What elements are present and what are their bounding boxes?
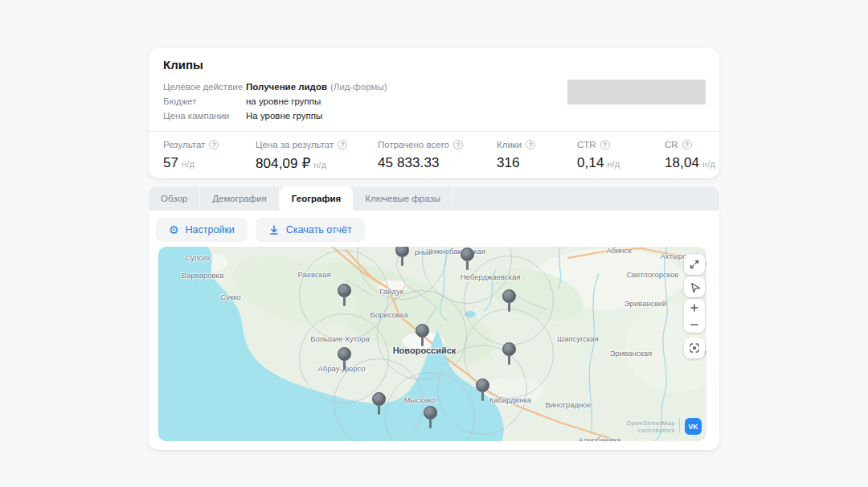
help-icon[interactable]: ?	[682, 140, 692, 149]
stat-label: CTR?	[577, 140, 665, 149]
detail-value: на уровне группы	[246, 96, 321, 106]
stat-column: CTR?0,14н/д	[577, 138, 665, 178]
map-label: Неберджаевская	[461, 272, 521, 281]
campaign-stats-row: Результат?57н/дЦена за результат?804,09 …	[149, 131, 719, 178]
stat-column: CR?18,04н/д	[665, 138, 719, 178]
stat-value: 0,14н/д	[577, 155, 665, 171]
report-body: ⚙ Настройки Скачать отчёт	[149, 211, 719, 450]
detail-value: На уровне группы	[246, 111, 322, 121]
map-label: рный	[415, 248, 433, 256]
vk-logo[interactable]: VK	[685, 418, 702, 435]
map-pin[interactable]	[476, 379, 489, 392]
map-label: Супсех	[185, 253, 210, 262]
attribution-divider	[679, 418, 680, 432]
detail-row: Целевое действиеПолучение лидов(Лид-форм…	[163, 80, 387, 94]
map-label: Абинск	[606, 247, 631, 255]
stat-label: CR?	[665, 140, 719, 149]
map-label: Новороссийск	[393, 346, 457, 355]
campaign-summary-card: Клипы Целевое действиеПолучение лидов(Ли…	[149, 48, 719, 178]
map-label: Шапсугская	[557, 334, 598, 343]
tab-География[interactable]: География	[280, 186, 353, 211]
tab-Ключевые фразы[interactable]: Ключевые фразы	[353, 186, 453, 211]
zoom-out-button[interactable]	[684, 317, 705, 333]
map-label: Большие Хутора	[310, 334, 370, 343]
map-pin[interactable]	[424, 406, 437, 419]
map-label: Мысхако	[404, 395, 436, 404]
compass-button[interactable]	[684, 276, 705, 297]
help-icon[interactable]: ?	[209, 140, 219, 149]
detail-label: Бюджет	[163, 96, 246, 106]
map-label: Абрау-Дюрсо	[317, 364, 365, 373]
stat-column: Цена за результат?804,09 ₽н/д	[256, 138, 378, 178]
map-pin[interactable]	[395, 247, 409, 257]
map-pin[interactable]	[502, 342, 516, 356]
stat-label: Результат?	[163, 140, 256, 149]
gear-icon: ⚙	[169, 224, 179, 235]
map-attribution[interactable]: OpenStreetMap contributors	[626, 419, 675, 434]
detail-value: Получение лидов(Лид-формы)	[246, 82, 387, 92]
detail-row: Цена кампанииНа уровне группы	[163, 108, 387, 123]
report-toolbar: ⚙ Настройки Скачать отчёт	[149, 211, 719, 247]
stat-label: Клики?	[497, 140, 577, 149]
map-pin[interactable]	[338, 284, 351, 297]
detail-label: Цена кампании	[163, 111, 246, 121]
help-icon[interactable]: ?	[600, 140, 610, 149]
map-label: Адербиевка	[578, 436, 620, 442]
stat-value: 316	[497, 155, 577, 171]
stat-column: Потрачено всего?45 833.33	[378, 138, 497, 178]
detail-label: Целевое действие	[163, 82, 246, 92]
help-icon[interactable]: ?	[338, 140, 347, 149]
download-button-label: Скачать отчёт	[286, 224, 352, 235]
geography-map[interactable]: СупсехВарваровкаСуккоРаевскаяГайдукБорис…	[158, 247, 706, 441]
map-controls	[684, 254, 705, 360]
download-icon	[268, 224, 280, 235]
map-pin[interactable]	[416, 324, 429, 338]
map-label: Эриванский	[624, 299, 666, 308]
stat-label: Цена за результат?	[256, 140, 378, 149]
stat-value: 57н/д	[163, 155, 256, 171]
fullscreen-button[interactable]	[684, 254, 705, 275]
stat-label: Потрачено всего?	[378, 140, 497, 149]
map-pin[interactable]	[461, 248, 474, 261]
zoom-control	[684, 299, 705, 333]
redacted-box	[567, 80, 706, 104]
download-report-button[interactable]: Скачать отчёт	[256, 218, 365, 242]
zoom-in-button[interactable]	[684, 300, 705, 316]
help-icon[interactable]: ?	[526, 140, 535, 149]
map-label: Борисовка	[371, 310, 408, 319]
map-label: Гайдук	[379, 287, 403, 296]
tab-Демография[interactable]: Демография	[200, 186, 280, 211]
stat-value: 18,04н/д	[665, 155, 719, 171]
stat-column: Результат?57н/д	[163, 138, 256, 178]
map-pin[interactable]	[502, 289, 516, 303]
map-pin[interactable]	[338, 347, 351, 361]
map-label: Эриванская	[610, 349, 652, 358]
tab-Обзор[interactable]: Обзор	[149, 186, 200, 211]
geolocation-button[interactable]	[684, 338, 705, 358]
stat-column: Клики?316	[497, 138, 577, 178]
campaign-title: Клипы	[163, 58, 203, 72]
map-label: Кабардинка	[489, 395, 531, 404]
map-label: Светлогорское	[626, 270, 678, 279]
campaign-details: Целевое действиеПолучение лидов(Лид-форм…	[163, 80, 387, 123]
settings-button[interactable]: ⚙ Настройки	[156, 218, 248, 242]
help-icon[interactable]: ?	[453, 140, 463, 149]
map-label: Виноградное	[545, 400, 592, 409]
page: Клипы Целевое действиеПолучение лидов(Ли…	[0, 0, 868, 487]
settings-button-label: Настройки	[186, 224, 235, 235]
report-tabbar: ОбзорДемографияГеографияКлючевые фразы	[149, 186, 719, 211]
detail-row: Бюджетна уровне группы	[163, 94, 387, 108]
stat-value: 804,09 ₽н/д	[256, 155, 378, 172]
stat-value: 45 833.33	[378, 155, 497, 171]
map-pin[interactable]	[372, 392, 386, 406]
map-label: Сукко	[220, 293, 240, 301]
report-section: ОбзорДемографияГеографияКлючевые фразы ⚙…	[149, 186, 719, 450]
map-label: Нижнебаканская	[426, 247, 485, 256]
map-label: Варваровка	[182, 271, 223, 280]
map-label: Раевская	[297, 270, 330, 279]
